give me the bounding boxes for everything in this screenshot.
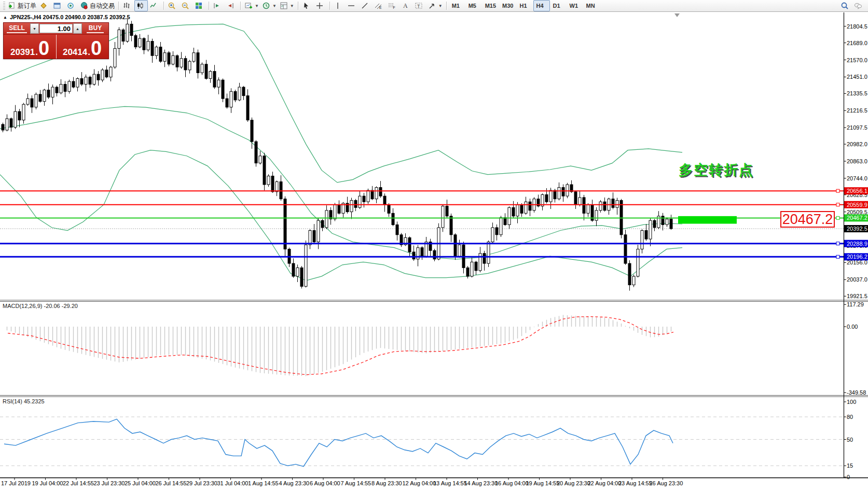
svg-text:15: 15 xyxy=(847,462,853,469)
equidistant-channel-button[interactable]: E xyxy=(373,0,386,11)
toolbar-separator xyxy=(329,2,330,10)
macd-indicator-label: MACD(12,26,9) -20.06 -29.20 xyxy=(3,303,78,309)
time-label: 7 Aug 14:55 xyxy=(341,480,371,486)
zoom-out-button[interactable] xyxy=(180,0,193,11)
zoom-in-button[interactable] xyxy=(166,0,180,11)
buy-price[interactable]: 20414 . 0 xyxy=(56,35,108,59)
volume-decrease-button[interactable]: ▼ xyxy=(30,23,39,34)
sell-price-big-digit: 0 xyxy=(38,41,49,57)
time-label: 12 Aug 04:00 xyxy=(403,480,436,486)
toolbar-separator xyxy=(118,2,119,10)
svg-text:20037.0: 20037.0 xyxy=(847,276,867,283)
svg-text:0.00: 0.00 xyxy=(847,324,858,330)
signals-icon xyxy=(66,2,75,10)
line-chart-icon xyxy=(149,2,158,10)
svg-text:21216.5: 21216.5 xyxy=(847,107,867,114)
text-label-button[interactable]: T xyxy=(413,0,426,11)
template-button[interactable]: ▼ xyxy=(278,0,296,11)
chart-shift-icon xyxy=(226,2,235,10)
timeframe-w1-button[interactable]: W1 xyxy=(567,0,583,11)
toolbar: 新订单自动交易▼▼▼EFAT▼M1M5M15M30H1H4D1W1MN xyxy=(0,0,868,12)
timeframe-m1-button[interactable]: M1 xyxy=(449,0,465,11)
bar-chart-button[interactable] xyxy=(121,0,134,11)
timeframe-mn-button[interactable]: MN xyxy=(583,0,600,11)
volume-increase-button[interactable]: ▲ xyxy=(73,23,82,34)
text-icon: A xyxy=(401,2,409,10)
timeframe-d1-button[interactable]: D1 xyxy=(550,0,567,11)
hline-handle[interactable] xyxy=(836,242,839,245)
timeframe-h1-button[interactable]: H1 xyxy=(517,0,533,11)
time-label: 29 Jul 23:30 xyxy=(186,480,217,486)
cursor-button[interactable] xyxy=(300,0,314,11)
candle-chart-button[interactable] xyxy=(134,0,148,11)
new-chart-button[interactable]: ▼ xyxy=(243,0,260,11)
market-watch-icon xyxy=(39,2,48,10)
buy-button[interactable]: BUY xyxy=(82,23,108,34)
svg-text:E: E xyxy=(379,6,382,9)
market-watch-icon[interactable] xyxy=(38,0,51,11)
chat-button[interactable] xyxy=(852,0,866,11)
dropdown-arrow-icon: ▼ xyxy=(255,4,259,8)
autotrading-button[interactable]: 自动交易 xyxy=(78,0,116,11)
period-icon xyxy=(262,2,270,10)
text-button[interactable]: A xyxy=(399,0,413,11)
svg-text:21451.0: 21451.0 xyxy=(847,74,867,80)
one-click-trade-panel: SELL ▼ ▲ BUY 20391 . 0 20414 . 0 xyxy=(3,22,109,59)
vertical-line-button[interactable] xyxy=(332,0,346,11)
vline-icon xyxy=(334,2,342,10)
sell-button[interactable]: SELL xyxy=(4,23,30,34)
sell-price-dot: . xyxy=(35,48,38,57)
svg-text:20467.2: 20467.2 xyxy=(847,215,867,221)
volume-input[interactable] xyxy=(39,24,73,33)
crosshair-button[interactable] xyxy=(314,0,327,11)
timeframe-h4-button[interactable]: H4 xyxy=(533,0,550,11)
hline-handle[interactable] xyxy=(836,216,839,219)
autotrading-icon xyxy=(80,2,88,10)
svg-text:20863.0: 20863.0 xyxy=(847,158,867,164)
horizontal-line-button[interactable] xyxy=(346,0,359,11)
hline-handle[interactable] xyxy=(836,203,839,206)
time-label: 13 Aug 14:55 xyxy=(433,480,467,486)
svg-text:21689.0: 21689.0 xyxy=(847,40,867,46)
time-label: 23 Jul 23:30 xyxy=(94,480,125,486)
timeframe-m30-button[interactable]: M30 xyxy=(499,0,516,11)
buy-price-big-digit: 0 xyxy=(91,41,102,57)
time-axis: 17 Jul 201919 Jul 04:0022 Jul 14:5523 Ju… xyxy=(1,478,683,487)
hline-handle[interactable] xyxy=(836,189,839,192)
chart-canvas[interactable]: 21804.521689.021570.021451.021335.521216… xyxy=(0,0,868,491)
main-chart-layer xyxy=(0,13,844,291)
tile-windows-button[interactable] xyxy=(193,0,206,11)
bollinger-middle-band xyxy=(0,106,682,259)
hline-handle[interactable] xyxy=(836,255,839,258)
chart-shift-button[interactable] xyxy=(225,0,238,11)
timeframe-m5-button[interactable]: M5 xyxy=(465,0,482,11)
symbol-collapse-icon[interactable]: ▲ xyxy=(3,15,7,20)
toolbar-separator xyxy=(240,2,241,10)
rsi-indicator-label: RSI(14) 45.2325 xyxy=(3,398,45,404)
time-label: 25 Jul 04:00 xyxy=(125,480,156,486)
toolbar-separator xyxy=(298,2,298,10)
arrows-button[interactable]: ▼ xyxy=(426,0,444,11)
svg-text:20982.0: 20982.0 xyxy=(847,141,867,147)
new-order-button[interactable]: 新订单 xyxy=(6,0,38,11)
auto-scroll-button[interactable] xyxy=(211,0,225,11)
shapes-icon xyxy=(428,2,436,10)
fibo-icon: F xyxy=(388,2,396,10)
buy-price-dot: . xyxy=(88,48,90,57)
periodicity-button[interactable]: ▼ xyxy=(260,0,278,11)
timeframe-m15-button[interactable]: M15 xyxy=(482,0,499,11)
green-zone-rect[interactable] xyxy=(678,216,737,224)
line-chart-button[interactable] xyxy=(148,0,161,11)
candle-chart-icon xyxy=(136,2,144,10)
svg-text:21570.0: 21570.0 xyxy=(847,57,867,63)
symbol-ohlc-text: JPN225-,H4 20475.0 20490.0 20387.5 20392… xyxy=(10,14,130,20)
search-button[interactable] xyxy=(839,0,852,11)
signals-icon[interactable] xyxy=(65,0,78,11)
time-label: 16 Aug 04:00 xyxy=(495,480,529,486)
data-window-icon xyxy=(53,2,61,10)
sell-price[interactable]: 20391 . 0 xyxy=(4,35,56,59)
trendline-button[interactable] xyxy=(359,0,373,11)
trade-panel-divider xyxy=(56,35,57,59)
data-window-icon[interactable] xyxy=(51,0,65,11)
fibonacci-button[interactable]: F xyxy=(386,0,399,11)
